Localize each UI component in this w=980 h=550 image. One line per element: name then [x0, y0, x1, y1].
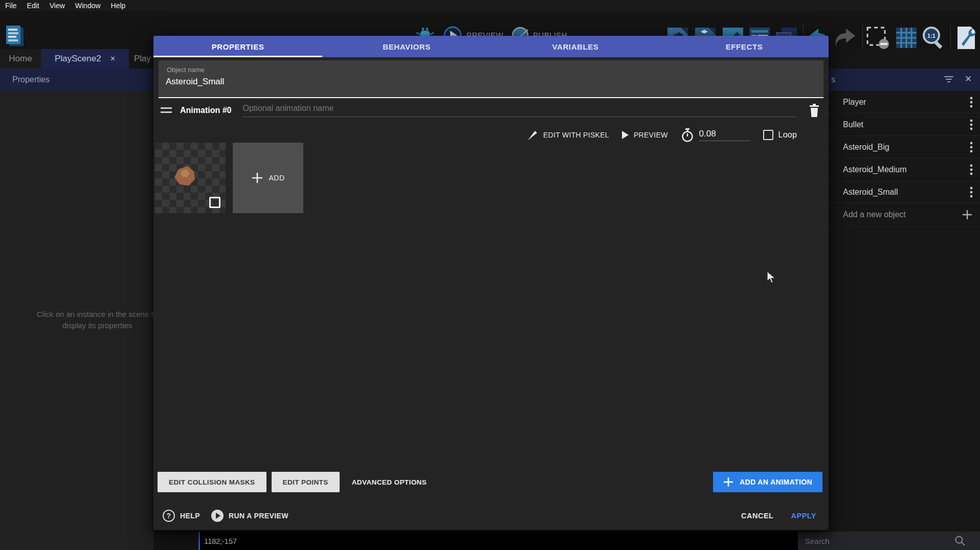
time-between-frames-field [681, 128, 750, 142]
add-new-object-button[interactable]: Add a new object [829, 203, 980, 226]
dialog-footer: ? HELP RUN A PREVIEW CANCEL APPLY [163, 505, 816, 526]
dialog-tab-bar: PROPERTIES BEHAVIORS VARIABLES EFFECTS [153, 36, 829, 57]
object-name-field: Object name [159, 60, 823, 98]
objects-search-bar [798, 532, 980, 550]
edit-with-piskel-button[interactable]: EDIT WITH PISKEL [527, 129, 609, 141]
mouse-cursor [766, 271, 778, 284]
help-icon: ? [163, 510, 175, 522]
play-icon [622, 131, 629, 139]
menu-help[interactable]: Help [111, 2, 126, 10]
search-input[interactable] [798, 537, 951, 545]
plus-icon [251, 172, 263, 184]
kebab-menu-icon[interactable] [970, 119, 973, 130]
close-panel-icon[interactable]: ✕ [963, 74, 974, 84]
animation-frames-row: ADD [155, 143, 303, 213]
project-manager-icon[interactable] [4, 25, 26, 49]
plus-icon [962, 209, 973, 220]
dialog-tab-properties[interactable]: PROPERTIES [153, 36, 322, 57]
object-editor-dialog: PROPERTIES BEHAVIORS VARIABLES EFFECTS O… [153, 36, 829, 530]
scene-status-bar: 1182;-157 [198, 532, 798, 550]
kebab-menu-icon[interactable] [970, 164, 973, 175]
cancel-button[interactable]: CANCEL [741, 512, 773, 520]
objects-panel-title-partial: s [831, 75, 835, 84]
time-between-frames-input[interactable] [699, 129, 750, 141]
search-icon [954, 535, 966, 546]
trash-icon[interactable] [808, 103, 821, 118]
advanced-options-button[interactable]: ADVANCED OPTIONS [352, 478, 427, 486]
tab-playscene2[interactable]: PlayScene2 × [41, 49, 129, 68]
brush-icon [527, 129, 538, 141]
animation-header-row: Animation #0 [161, 100, 821, 121]
objects-panel-header: s ✕ [829, 68, 980, 91]
tab-home[interactable]: Home [0, 49, 41, 68]
asteroid-sprite [171, 164, 198, 190]
kebab-menu-icon[interactable] [970, 97, 973, 108]
edit-collision-masks-button[interactable]: EDIT COLLISION MASKS [158, 472, 266, 492]
object-row-player[interactable]: Player [829, 91, 980, 113]
run-a-preview-button[interactable]: RUN A PREVIEW [211, 510, 288, 522]
properties-panel-title: Properties [12, 75, 50, 84]
menu-bar: File Edit View Window Help [0, 0, 980, 11]
drag-handle-icon[interactable] [161, 107, 172, 113]
menu-view[interactable]: View [50, 2, 65, 10]
redo-icon[interactable] [833, 26, 857, 49]
toolbar-separator [950, 25, 951, 48]
active-tab-indicator [153, 56, 322, 57]
frame-thumbnail[interactable] [155, 143, 226, 213]
dialog-tab-behaviors[interactable]: BEHAVIORS [322, 36, 491, 57]
clear-selection-icon[interactable] [865, 26, 890, 49]
loop-checkbox[interactable] [763, 130, 773, 140]
zoom-1-1-icon[interactable]: 1:1 [921, 26, 945, 50]
animation-name-input[interactable] [242, 104, 797, 117]
animation-title: Animation #0 [180, 106, 231, 115]
add-frame-button[interactable]: ADD [233, 143, 303, 213]
properties-panel-header: Properties [0, 68, 153, 91]
frame-select-checkbox[interactable] [209, 197, 220, 208]
kebab-menu-icon[interactable] [970, 187, 973, 198]
properties-empty-hint: Click on an instance in the scene to dis… [0, 309, 153, 331]
close-tab-icon[interactable]: × [110, 54, 115, 63]
properties-panel: Properties Click on an instance in the s… [0, 68, 153, 550]
apply-button[interactable]: APPLY [791, 512, 816, 520]
object-name-input[interactable] [166, 77, 810, 87]
dialog-tab-variables[interactable]: VARIABLES [491, 36, 660, 57]
object-row-bullet[interactable]: Bullet [829, 113, 980, 136]
add-an-animation-button[interactable]: ADD AN ANIMATION [713, 472, 822, 492]
timer-icon [681, 128, 694, 142]
preview-animation-button[interactable]: PREVIEW [622, 131, 668, 139]
grid-icon[interactable] [895, 26, 918, 49]
plus-icon [723, 477, 733, 487]
filter-icon[interactable] [944, 76, 953, 84]
menu-window[interactable]: Window [75, 2, 101, 10]
loop-toggle: Loop [763, 130, 797, 140]
menu-edit[interactable]: Edit [27, 2, 39, 10]
toolbar-separator [862, 25, 863, 48]
objects-panel: s ✕ Player Bullet Asteroid_Big Asteroid_… [829, 68, 980, 550]
svg-text:1:1: 1:1 [927, 33, 936, 39]
kebab-menu-icon[interactable] [970, 142, 973, 153]
gdevelop-window: File Edit View Window Help PR [0, 0, 980, 550]
dialog-actions-row: EDIT COLLISION MASKS EDIT POINTS ADVANCE… [158, 472, 822, 492]
loop-label: Loop [778, 130, 797, 140]
object-name-label: Object name [167, 66, 205, 74]
help-button[interactable]: ? HELP [163, 510, 200, 522]
run-preview-icon [211, 510, 224, 522]
dialog-tab-effects[interactable]: EFFECTS [660, 36, 829, 57]
menu-file[interactable]: File [5, 2, 17, 10]
edit-points-button[interactable]: EDIT POINTS [272, 472, 340, 492]
cursor-coordinates: 1182;-157 [200, 537, 237, 545]
settings-wrench-icon[interactable] [954, 26, 977, 50]
object-row-asteroid-big[interactable]: Asteroid_Big [829, 136, 980, 158]
object-row-asteroid-small[interactable]: Asteroid_Small [829, 181, 980, 203]
object-row-asteroid-medium[interactable]: Asteroid_Medium [829, 158, 980, 181]
